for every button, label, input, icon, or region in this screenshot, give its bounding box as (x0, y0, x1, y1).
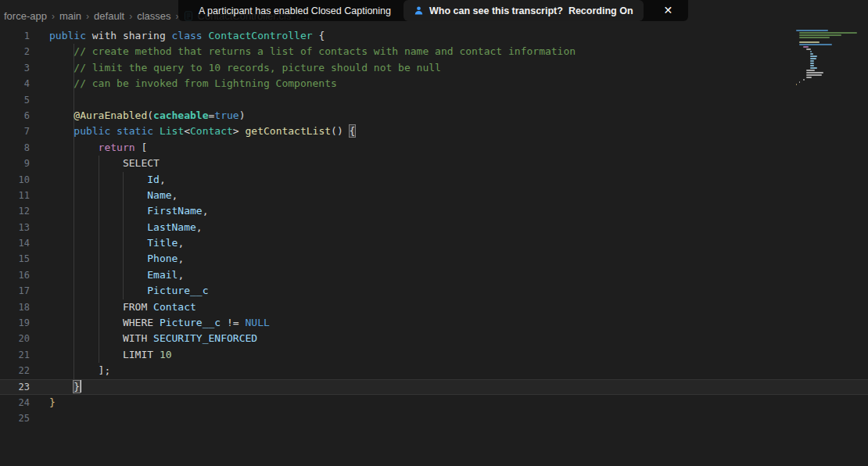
line-number[interactable]: 9 (0, 156, 30, 171)
code-token: > (233, 125, 246, 137)
code-line-8[interactable]: 8 return [ (0, 140, 868, 156)
code-token: SECURITY_ENFORCED (153, 332, 257, 344)
code-text: return [ (30, 140, 868, 156)
code-token: Name (49, 189, 172, 201)
code-token: , (196, 221, 203, 233)
line-number[interactable]: 14 (0, 235, 30, 251)
minimap-line (796, 86, 863, 88)
transcript-visibility-button[interactable]: Who can see this transcript? Recording O… (404, 0, 644, 21)
code-token: , (178, 269, 184, 281)
code-token: Phone (49, 253, 178, 264)
minimap-line (799, 41, 819, 43)
code-token: } (74, 381, 80, 393)
code-line-18[interactable]: 18 FROM Contact (0, 299, 868, 315)
code-token: cacheable (153, 109, 208, 121)
line-number[interactable]: 21 (0, 347, 30, 363)
line-number[interactable]: 11 (0, 188, 30, 203)
code-token: return (49, 142, 135, 153)
code-line-19[interactable]: 19 WHERE Picture__c != NULL (0, 315, 868, 331)
close-icon[interactable]: ✕ (656, 0, 681, 21)
line-number[interactable]: 24 (0, 395, 30, 410)
code-text: Phone, (30, 251, 868, 267)
line-number[interactable]: 18 (0, 299, 30, 315)
code-line-25[interactable]: 25 (0, 410, 868, 426)
code-token: FROM (49, 301, 153, 313)
line-number[interactable]: 1 (0, 28, 30, 44)
code-line-17[interactable]: 17 Picture__c (0, 283, 868, 299)
breadcrumb-item-classes[interactable]: classes (137, 10, 170, 22)
line-number[interactable]: 15 (0, 251, 30, 267)
code-line-10[interactable]: 10 Id, (0, 172, 868, 188)
line-number[interactable]: 12 (0, 203, 30, 219)
line-number[interactable]: 10 (0, 172, 30, 188)
breadcrumb-separator: › (86, 11, 89, 22)
code-text: Email, (30, 267, 868, 283)
code-token: { (313, 30, 325, 41)
line-number[interactable]: 25 (0, 410, 30, 426)
code-editor[interactable]: 1public with sharing class ContactContro… (0, 28, 868, 427)
line-number[interactable]: 17 (0, 283, 30, 299)
code-token: 10 (160, 349, 172, 360)
line-number[interactable]: 13 (0, 220, 30, 235)
line-number[interactable]: 20 (0, 331, 30, 346)
breadcrumb-item-default[interactable]: default (94, 10, 124, 22)
code-line-2[interactable]: 2 // create method that returns a list o… (0, 44, 868, 59)
line-number[interactable]: 8 (0, 140, 30, 156)
code-line-7[interactable]: 7 public static List<Contact> getContact… (0, 124, 868, 139)
code-token: SELECT (49, 157, 160, 169)
code-line-22[interactable]: 22 ]; (0, 363, 868, 378)
code-text: WITH SECURITY_ENFORCED (30, 331, 868, 346)
code-line-11[interactable]: 11 Name, (0, 188, 868, 203)
code-token: Email (49, 269, 178, 281)
breadcrumb-item-force-app[interactable]: force-app (4, 10, 47, 22)
line-number[interactable]: 7 (0, 124, 30, 139)
code-token: != (221, 317, 245, 328)
code-text: SELECT (30, 156, 868, 171)
code-text: // create method that returns a list of … (30, 44, 868, 59)
code-text: Picture__c (30, 283, 868, 299)
code-token: ) (239, 109, 246, 121)
line-number[interactable]: 23 (0, 379, 30, 395)
minimap-line (796, 39, 863, 41)
line-number[interactable]: 2 (0, 44, 30, 59)
code-token: Title (49, 237, 178, 249)
code-line-9[interactable]: 9 SELECT (0, 156, 868, 171)
person-icon (414, 5, 424, 16)
code-lines: 1public with sharing class ContactContro… (0, 28, 868, 427)
minimap-line (810, 53, 814, 55)
code-line-4[interactable]: 4 // can be invoked from Lightning Compo… (0, 76, 868, 91)
minimap-line (799, 44, 831, 45)
code-line-6[interactable]: 6 @AuraEnabled(cacheable=true) (0, 108, 868, 124)
code-token: List (160, 125, 184, 137)
line-number[interactable]: 6 (0, 108, 30, 124)
code-line-20[interactable]: 20 WITH SECURITY_ENFORCED (0, 331, 868, 346)
breadcrumb-item-main[interactable]: main (59, 10, 81, 22)
code-line-13[interactable]: 13 LastName, (0, 220, 868, 235)
code-line-21[interactable]: 21 LIMIT 10 (0, 347, 868, 363)
code-token: { (350, 125, 356, 137)
line-number[interactable]: 5 (0, 92, 30, 108)
code-line-16[interactable]: 16 Email, (0, 267, 868, 283)
minimap-line (810, 51, 812, 52)
code-text: FROM Contact (30, 299, 868, 315)
line-number[interactable]: 4 (0, 76, 30, 91)
code-token: [ (135, 142, 148, 153)
code-line-24[interactable]: 24} (0, 395, 868, 410)
code-line-5[interactable]: 5 (0, 92, 868, 108)
code-token: NULL (245, 317, 269, 328)
code-line-23[interactable]: 23 } (0, 379, 868, 395)
code-line-12[interactable]: 12 FirstName, (0, 203, 868, 219)
code-line-14[interactable]: 14 Title, (0, 235, 868, 251)
line-number[interactable]: 3 (0, 60, 30, 76)
code-line-1[interactable]: 1public with sharing class ContactContro… (0, 28, 868, 44)
breadcrumb-separator: › (129, 11, 132, 22)
breadcrumb-separator: › (52, 11, 55, 22)
line-number[interactable]: 22 (0, 363, 30, 378)
code-line-15[interactable]: 15 Phone, (0, 251, 868, 267)
line-number[interactable]: 19 (0, 315, 30, 331)
code-token: getContactList (246, 125, 332, 137)
code-token: public (49, 125, 110, 137)
line-number[interactable]: 16 (0, 267, 30, 283)
minimap[interactable] (796, 30, 863, 88)
code-line-3[interactable]: 3 // limit the query to 10 records, pict… (0, 60, 868, 76)
